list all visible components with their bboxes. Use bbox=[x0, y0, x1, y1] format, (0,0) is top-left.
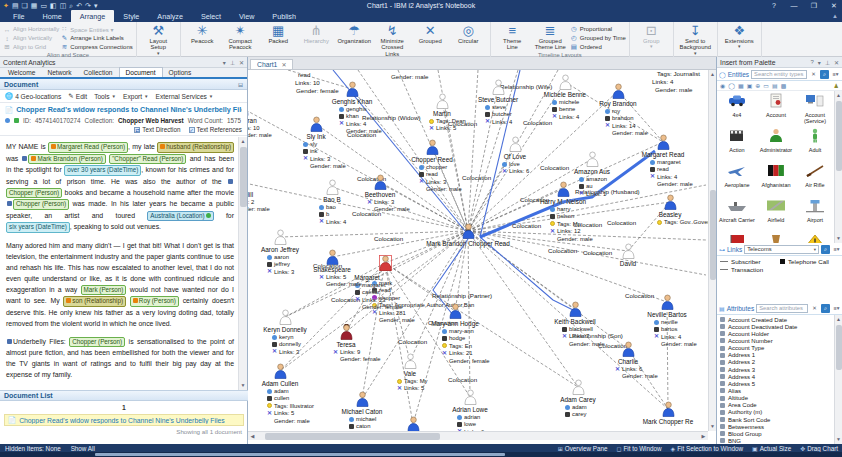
tab-collection[interactable]: Collection bbox=[78, 68, 119, 77]
entity-item-account[interactable]: Account bbox=[757, 93, 795, 118]
status-drag-chart[interactable]: ✥Drag Chart bbox=[800, 445, 838, 452]
chart-node-genghis[interactable]: Genghis Khangenghiskhan✕Links: 4Gender: … bbox=[346, 81, 359, 101]
scroll-up-icon[interactable]: ▲ bbox=[709, 70, 716, 79]
tab-welcome[interactable]: Welcome bbox=[2, 68, 41, 77]
scroll-up-icon[interactable]: ▲ bbox=[239, 137, 247, 146]
chart-node-martin[interactable]: MartinTags: Dean✕Links: 5 bbox=[436, 93, 449, 113]
link-item-subscriber[interactable]: Subscriber bbox=[720, 258, 780, 265]
tab-document[interactable]: Document bbox=[119, 67, 163, 77]
ribbon-tab-home[interactable]: Home bbox=[34, 10, 71, 22]
chart-horizontal-scrollbar[interactable]: ◀ ▶ bbox=[248, 431, 708, 440]
entity-item-action[interactable]: Action bbox=[718, 128, 756, 153]
chart-node-teresa[interactable]: Teresa✕Links: 9Gender: female bbox=[340, 324, 353, 344]
text-direction-icon[interactable]: ⇄ bbox=[134, 127, 140, 133]
collapse-section-icon[interactable]: ⊟ bbox=[238, 81, 243, 88]
chart-node-aaron[interactable]: Aaron Jeffreyaaronjeffrey✕Links: 3 bbox=[274, 229, 287, 249]
chart-node-michaelcaton[interactable]: Michael Catonmichaelcaton bbox=[356, 391, 369, 411]
entity-chip-date[interactable]: six years (DateTime) bbox=[6, 222, 70, 233]
close-button[interactable]: ✕ bbox=[828, 0, 840, 11]
entity-chip-person[interactable]: Mark (Person) bbox=[81, 285, 127, 296]
ribbon-button-circular[interactable]: ◎Circular bbox=[450, 23, 487, 44]
ribbon-button-ordered[interactable]: ▤Ordered bbox=[570, 43, 626, 51]
attribute-search-input[interactable] bbox=[756, 304, 808, 313]
chart-node-beethoven[interactable]: Beethoven✕Links: 3Gender: male bbox=[374, 174, 387, 194]
option-text-references[interactable]: ✓Text References bbox=[189, 126, 243, 133]
chart-node-adamcarey[interactable]: Adam Careyadamcarey bbox=[572, 379, 585, 399]
chart-node-maryann[interactable]: Mary-ann Hodgemary-annhodgeTags: En✕Link… bbox=[449, 303, 462, 323]
scroll-down-icon[interactable]: ▼ bbox=[835, 234, 842, 243]
entity-chip-person[interactable]: Chopper (Person) bbox=[6, 188, 62, 199]
attribute-item-bng[interactable]: BNG bbox=[720, 437, 835, 444]
scroll-up-icon[interactable]: ▲ bbox=[835, 315, 842, 324]
person-icon[interactable]: ♟ bbox=[834, 82, 839, 89]
chart-node-roy[interactable]: Roy Brandonroybrandon✕Links: 14Gender: m… bbox=[612, 83, 625, 103]
undo-icon[interactable]: ↶ bbox=[76, 1, 82, 10]
ribbon-tab-file[interactable]: File bbox=[4, 10, 34, 22]
entity-item-afghanistan[interactable]: Afghanistan bbox=[757, 163, 795, 188]
chart-node-markchopperre[interactable]: Mark Chopper Re bbox=[662, 401, 675, 421]
tab-options[interactable]: Options bbox=[163, 68, 198, 77]
ribbon-button-arrange-link-labels[interactable]: ✎Arrange Link Labels bbox=[60, 34, 132, 42]
attribute-item-address-2[interactable]: Address 2 bbox=[720, 359, 835, 366]
entity-chip-person[interactable]: Chopper (Person) bbox=[69, 337, 125, 348]
panel-menu-icon[interactable]: ▾ bbox=[818, 59, 821, 66]
attributes-scrollbar[interactable]: ▲ ▼ bbox=[834, 315, 842, 444]
attribute-item-account-type[interactable]: Account Type bbox=[720, 345, 835, 352]
scroll-thumb[interactable] bbox=[836, 101, 842, 171]
entity-item-airport[interactable]: Airport bbox=[796, 198, 834, 223]
help-icon[interactable]: ? bbox=[810, 59, 813, 65]
entity-item-airfield[interactable]: Airfield bbox=[757, 198, 795, 223]
ribbon-tab-style[interactable]: Style bbox=[114, 10, 148, 22]
search-icon[interactable]: ⌕ bbox=[820, 70, 829, 79]
scroll-right-icon[interactable]: ▶ bbox=[699, 433, 708, 439]
redo-icon[interactable]: ↷ bbox=[85, 1, 91, 10]
entity-item-aeroplane[interactable]: Aeroplane bbox=[718, 163, 756, 188]
entity-chip-person[interactable]: Roy (Person) bbox=[130, 296, 179, 307]
ribbon-tab-arrange[interactable]: Arrange bbox=[71, 10, 115, 22]
link-item-transaction[interactable]: Transaction bbox=[720, 266, 780, 273]
ribbon-button-minimize-crossed-links[interactable]: ↯Minimize Crossed Links bbox=[374, 23, 411, 57]
search-icon[interactable]: ⌕ bbox=[821, 245, 830, 254]
chart-node-shakespeare[interactable]: Shakespeare✕Links: 5Gender: male bbox=[326, 249, 339, 269]
ribbon-button-layout-setup[interactable]: ⚒Layout Setup▾ bbox=[140, 23, 177, 55]
attribute-item-address-3[interactable]: Address 3 bbox=[720, 366, 835, 373]
toolbar-tools[interactable]: Tools▼ bbox=[94, 93, 116, 100]
ribbon-tab-view[interactable]: View bbox=[230, 10, 263, 22]
chart-node-david[interactable]: David bbox=[622, 243, 635, 263]
ribbon-button-send-to-background[interactable]: ↧Send to Background▾ bbox=[677, 23, 714, 55]
ribbon-button-grouped-theme-line[interactable]: ≣Grouped Theme Line bbox=[532, 23, 569, 51]
entity-chip-loc[interactable]: Australia (Location) bbox=[147, 211, 213, 222]
attribute-item-address-5[interactable]: Address 5 bbox=[720, 380, 835, 387]
copy-icon[interactable]: ❏ bbox=[22, 1, 28, 10]
chart-canvas[interactable]: Relationship (Widow)Relationship (Wife)R… bbox=[248, 70, 708, 431]
ellipse-icon[interactable]: ◯ bbox=[728, 82, 735, 89]
customize-icon[interactable]: ▾ bbox=[94, 1, 98, 10]
status-overview-pane[interactable]: ⊞Overview Pane bbox=[558, 445, 608, 452]
help-button[interactable]: ? bbox=[768, 0, 780, 11]
maximize-button[interactable]: ❐ bbox=[808, 0, 820, 11]
attribute-item-address-4[interactable]: Address 4 bbox=[720, 373, 835, 380]
attribute-item-authority-m-[interactable]: Authority (m) bbox=[720, 409, 835, 416]
entity-chip-rel[interactable]: son (Relationship) bbox=[63, 296, 126, 307]
close-panel-icon[interactable]: ✕ bbox=[834, 59, 839, 66]
option-text-direction[interactable]: ⇄Text Direction bbox=[134, 126, 180, 133]
attribute-item-account-deactivated-date[interactable]: Account Deactivated Date bbox=[720, 323, 835, 330]
globe-icon[interactable]: ⊕ bbox=[755, 82, 760, 89]
chart-node-keryn[interactable]: Keryn Donnellykeryndonnelly✕Links: 3 bbox=[279, 309, 292, 329]
ribbon-button-extensions[interactable]: ❖Extensions▾ bbox=[721, 23, 758, 48]
chart-node-amazon[interactable]: Amazon Ausamazonau✕Links: 1 bbox=[586, 151, 599, 171]
ribbon-button-compress-connections[interactable]: ≋Compress Connections bbox=[60, 43, 132, 51]
toolbar-edit[interactable]: ✎Edit bbox=[68, 92, 87, 100]
ribbon-button-theme-line[interactable]: ≡Theme Line bbox=[494, 23, 531, 51]
chart-node-beasley[interactable]: BeasleyTags: Gov..Governor bbox=[664, 194, 677, 214]
rows-icon[interactable]: ▤ bbox=[772, 82, 778, 89]
ribbon-button-peacock[interactable]: ✳Peacock bbox=[184, 23, 221, 44]
menu-icon[interactable]: ≡▾ bbox=[832, 304, 841, 313]
scroll-down-icon[interactable]: ▼ bbox=[835, 435, 842, 444]
entity-item[interactable] bbox=[757, 233, 795, 243]
status-fit-selection-to-window[interactable]: ◈Fit Selection to Window bbox=[671, 445, 743, 452]
entity-item[interactable] bbox=[718, 233, 756, 243]
status-fit-to-window[interactable]: ◻Fit to Window bbox=[616, 445, 661, 452]
chart-node-steve[interactable]: Steve Butcherstevebutcher✕Links: 4 bbox=[492, 79, 505, 99]
chart-node-neville[interactable]: Neville Bartosnevillebartos✕Links: 4Gend… bbox=[661, 294, 674, 314]
